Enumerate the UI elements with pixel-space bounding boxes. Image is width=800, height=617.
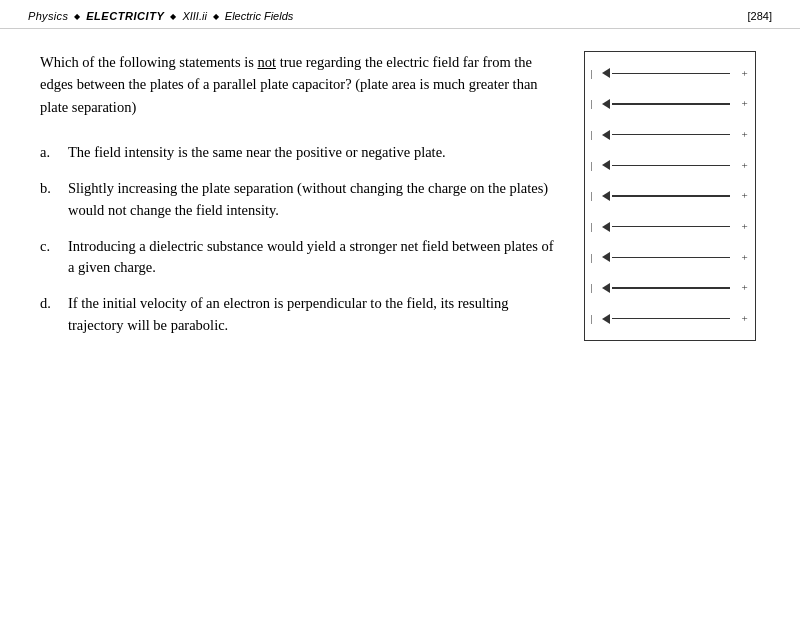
arrow-head-8	[602, 283, 610, 293]
arrow-head-4	[602, 160, 610, 170]
answer-a: a. The field intensity is the same near …	[40, 142, 560, 164]
page-header: Physics ◆ ELECTRICITY ◆ XIII.ii ◆ Electr…	[0, 0, 800, 29]
answer-b: b. Slightly increasing the plate separat…	[40, 178, 560, 222]
arrow-row-6	[602, 222, 730, 232]
header-bullet-3: ◆	[213, 12, 219, 21]
arrow-line-4	[612, 165, 730, 167]
field-arrow-2	[602, 99, 730, 109]
arrow-head-7	[602, 252, 610, 262]
arrow-row-4	[602, 160, 730, 170]
arrow-head-9	[602, 314, 610, 324]
arrow-head-3	[602, 130, 610, 140]
answer-text-d: If the initial velocity of an electron i…	[68, 293, 560, 337]
header-page-number: [284]	[748, 10, 772, 22]
arrow-line-6	[612, 226, 730, 228]
header-section: XIII.ii	[182, 10, 206, 22]
header-bullet-1: ◆	[74, 12, 80, 21]
left-mark-5: |	[590, 190, 592, 201]
arrow-row-5	[602, 191, 730, 201]
right-mark-2: +	[741, 98, 747, 109]
right-mark-9: +	[741, 313, 747, 324]
arrow-line-1	[612, 73, 730, 75]
right-mark-1: +	[741, 68, 747, 79]
arrow-row-7	[602, 252, 730, 262]
field-arrow-3	[602, 130, 730, 140]
right-mark-6: +	[741, 221, 747, 232]
main-content: Which of the following statements is not…	[0, 29, 800, 371]
arrow-line-9	[612, 318, 730, 320]
right-mark-3: +	[741, 129, 747, 140]
left-mark-4: |	[590, 160, 592, 171]
arrow-line-3	[612, 134, 730, 136]
answer-letter-a: a.	[40, 142, 68, 164]
answer-text-a: The field intensity is the same near the…	[68, 142, 560, 164]
left-mark-6: |	[590, 221, 592, 232]
answer-text-c: Introducing a dielectric substance would…	[68, 236, 560, 280]
answer-d: d. If the initial velocity of an electro…	[40, 293, 560, 337]
field-arrow-8	[602, 283, 730, 293]
answer-c: c. Introducing a dielectric substance wo…	[40, 236, 560, 280]
question-text: Which of the following statements is not…	[40, 51, 560, 118]
answer-letter-b: b.	[40, 178, 68, 222]
question-column: Which of the following statements is not…	[40, 51, 560, 351]
answer-text-b: Slightly increasing the plate separation…	[68, 178, 560, 222]
arrow-head-1	[602, 68, 610, 78]
left-mark-2: |	[590, 98, 592, 109]
right-plate: + + + + + + + + +	[734, 51, 756, 341]
right-mark-4: +	[741, 160, 747, 171]
capacitor-diagram: | | | | | | | | |	[584, 51, 756, 341]
left-mark-1: |	[590, 68, 592, 79]
header-physics: Physics	[28, 10, 68, 22]
diagram-column: | | | | | | | | |	[580, 51, 760, 351]
underline-not: not	[257, 54, 276, 70]
arrow-row-1	[602, 68, 730, 78]
field-arrow-4	[602, 160, 730, 170]
left-mark-7: |	[590, 252, 592, 263]
left-mark-9: |	[590, 313, 592, 324]
left-mark-3: |	[590, 129, 592, 140]
arrow-row-9	[602, 314, 730, 324]
arrow-head-5	[602, 191, 610, 201]
right-mark-5: +	[741, 190, 747, 201]
left-mark-8: |	[590, 282, 592, 293]
arrow-head-2	[602, 99, 610, 109]
field-arrow-9	[602, 314, 730, 324]
arrow-row-2	[602, 99, 730, 109]
header-bullet-2: ◆	[170, 12, 176, 21]
page: Physics ◆ ELECTRICITY ◆ XIII.ii ◆ Electr…	[0, 0, 800, 617]
answers-list: a. The field intensity is the same near …	[40, 142, 560, 336]
header-topic: Electric Fields	[225, 10, 293, 22]
arrow-line-2	[612, 103, 730, 105]
field-region	[598, 51, 734, 341]
answer-letter-d: d.	[40, 293, 68, 337]
field-arrow-6	[602, 222, 730, 232]
arrow-line-8	[612, 287, 730, 289]
field-arrow-5	[602, 191, 730, 201]
answer-letter-c: c.	[40, 236, 68, 280]
arrow-row-8	[602, 283, 730, 293]
arrow-line-5	[612, 195, 730, 197]
right-mark-8: +	[741, 282, 747, 293]
field-arrow-7	[602, 252, 730, 262]
right-mark-7: +	[741, 252, 747, 263]
arrow-head-6	[602, 222, 610, 232]
arrow-line-7	[612, 257, 730, 259]
arrow-row-3	[602, 130, 730, 140]
field-arrow-1	[602, 68, 730, 78]
header-electricity: ELECTRICITY	[86, 10, 164, 22]
left-plate: | | | | | | | | |	[584, 51, 598, 341]
